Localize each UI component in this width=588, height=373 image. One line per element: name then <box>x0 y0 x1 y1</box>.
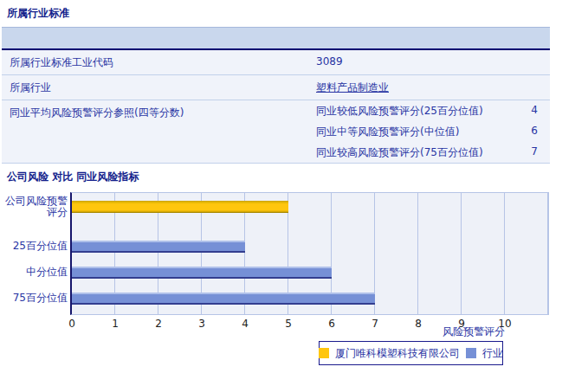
industry-name-cell: 塑料产品制造业 <box>310 75 550 100</box>
row-label: 同业平均风险预警评分参照(四等分数) <box>2 100 310 163</box>
industry-legend-label: 行业 <box>482 346 503 361</box>
x-tick-label: 4 <box>242 318 249 330</box>
x-tick-label: 6 <box>328 318 335 330</box>
x-tick-label: 0 <box>68 318 75 330</box>
industry-standard-section-title: 所属行业标准 <box>7 6 69 21</box>
x-tick-label: 1 <box>112 318 119 330</box>
x-tick-label: 3 <box>198 318 205 330</box>
page: 所属行业标准 所属行业标准工业代码 3089 所属行业 塑料产品制造业 同业平均… <box>0 0 588 373</box>
y-axis-labels: 公司风险预警评分25百分位值中分位值75百分位值 <box>0 192 68 315</box>
sub-row-label: 同业较低风险预警评分(25百分位值) <box>316 104 520 119</box>
table-row: 所属行业标准工业代码 3089 <box>2 50 550 75</box>
sub-row-value: 4 <box>520 104 538 119</box>
company-legend-swatch-icon <box>319 348 329 358</box>
row-label: 所属行业 <box>2 75 310 100</box>
risk-comparison-section-title: 公司风险 对比 同业风险指标 <box>7 170 139 184</box>
sub-row-value: 6 <box>520 125 538 139</box>
sub-row-label: 同业中等风险预警评分(中位值) <box>316 125 520 139</box>
row-label: 所属行业标准工业代码 <box>2 50 310 74</box>
y-category-label: 25百分位值 <box>0 241 68 252</box>
y-category-label: 中分位值 <box>0 267 68 278</box>
table-header-band <box>2 27 550 50</box>
sub-row: 同业较低风险预警评分(25百分位值) 4 <box>310 100 550 121</box>
sub-row: 同业较高风险预警评分(75百分位值) 7 <box>310 142 550 163</box>
industry-legend-swatch-icon <box>466 348 476 358</box>
x-tick-label: 5 <box>285 318 292 330</box>
y-category-label: 75百分位值 <box>0 293 68 304</box>
sub-row-label: 同业较高风险预警评分(75百分位值) <box>316 145 520 160</box>
sub-row: 同业中等风险预警评分(中位值) 6 <box>310 121 550 142</box>
industry-link[interactable]: 塑料产品制造业 <box>316 81 389 93</box>
x-tick-label: 2 <box>155 318 162 330</box>
peer-score-subtable: 同业较低风险预警评分(25百分位值) 4 同业中等风险预警评分(中位值) 6 同… <box>310 100 550 163</box>
bar-industry-1 <box>72 241 245 253</box>
table-row: 所属行业 塑料产品制造业 <box>2 75 550 100</box>
x-axis-title: 风险预警评分 <box>381 325 505 339</box>
chart-legend: 厦门唯科模塑科技有限公司 行业 <box>319 341 503 365</box>
bar-industry-2 <box>72 267 332 279</box>
bar-industry-3 <box>72 293 375 305</box>
plot-area <box>70 192 549 315</box>
x-tick-label: 7 <box>372 318 378 330</box>
table-row: 同业平均风险预警评分参照(四等分数) 同业较低风险预警评分(25百分位值) 4 … <box>2 100 550 164</box>
industry-code-value: 3089 <box>310 50 550 74</box>
sub-row-value: 7 <box>520 145 538 160</box>
company-legend-label: 厦门唯科模塑科技有限公司 <box>335 346 460 361</box>
y-category-label: 公司风险预警评分 <box>0 196 68 218</box>
bar-company-0 <box>72 201 288 213</box>
industry-standard-table: 所属行业标准工业代码 3089 所属行业 塑料产品制造业 同业平均风险预警评分参… <box>2 27 550 164</box>
